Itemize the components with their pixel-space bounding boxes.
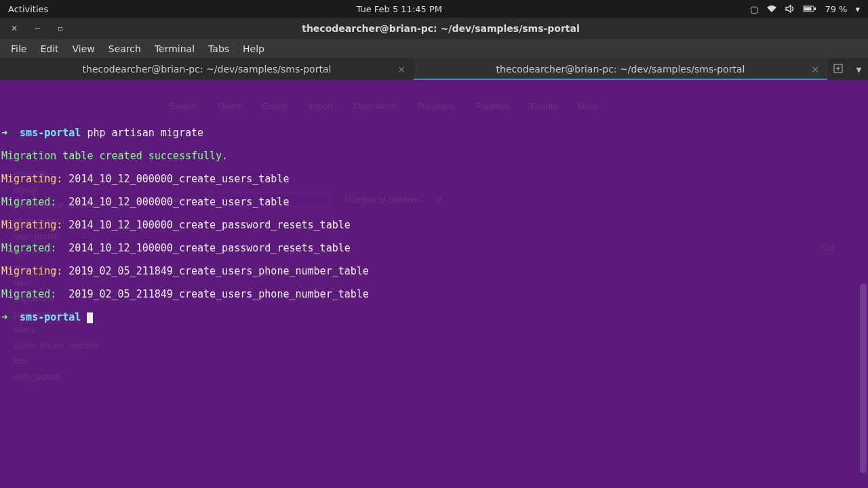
menu-search[interactable]: Search xyxy=(102,41,148,57)
terminal-line: Migration table created successfully. xyxy=(1,150,868,162)
system-tray[interactable]: ▢ 79 % ▾ xyxy=(742,4,868,14)
battery-icon xyxy=(803,5,816,12)
cursor xyxy=(87,312,93,323)
terminal-output[interactable]: SearchQuery ExportImport OperationsPrivi… xyxy=(0,80,868,488)
new-tab-button[interactable] xyxy=(833,63,843,76)
minimize-window-button[interactable]: ─ xyxy=(33,24,42,33)
battery-percent: 79 % xyxy=(825,4,847,14)
close-window-button[interactable]: ✕ xyxy=(9,24,19,33)
terminal-line: ➜ sms-portal php artisan migrate xyxy=(1,127,868,139)
screen-icon: ▢ xyxy=(750,4,758,14)
menu-view[interactable]: View xyxy=(66,41,102,57)
menu-file[interactable]: File xyxy=(4,41,33,57)
tab-label: thecodearcher@brian-pc: ~/dev/samples/sm… xyxy=(496,64,745,75)
gnome-topbar: Activities Tue Feb 5 11:45 PM ▢ 79 % ▾ xyxy=(0,0,868,18)
background-window-ghost: SearchQuery ExportImport OperationsPrivi… xyxy=(0,80,868,488)
terminal-line: Migrated: 2014_10_12_000000_create_users… xyxy=(1,197,868,208)
activities-button[interactable]: Activities xyxy=(0,4,56,14)
tab-menu-chevron-icon[interactable]: ▾ xyxy=(856,63,861,76)
menu-tabs[interactable]: Tabs xyxy=(201,41,236,57)
terminal-line: Migrated: 2019_02_05_211849_create_users… xyxy=(1,289,868,300)
terminal-line: Migrating: 2014_10_12_100000_create_pass… xyxy=(1,220,868,231)
wifi-icon xyxy=(766,5,777,13)
chevron-down-icon: ▾ xyxy=(855,4,860,14)
terminal-prompt: ➜ sms-portal xyxy=(1,312,868,323)
svg-rect-2 xyxy=(814,7,816,10)
tab-close-icon[interactable]: × xyxy=(397,64,406,75)
scrollbar[interactable] xyxy=(860,283,867,473)
terminal-tabbar: thecodearcher@brian-pc: ~/dev/samples/sm… xyxy=(0,58,868,80)
menu-edit[interactable]: Edit xyxy=(33,41,65,57)
terminal-tab-1[interactable]: thecodearcher@brian-pc: ~/dev/samples/sm… xyxy=(0,58,414,80)
terminal-line: Migrating: 2019_02_05_211849_create_user… xyxy=(1,266,868,277)
maximize-window-button[interactable]: ▫ xyxy=(56,24,65,33)
svg-rect-1 xyxy=(804,7,812,11)
tab-label: thecodearcher@brian-pc: ~/dev/samples/sm… xyxy=(83,64,332,75)
menu-help[interactable]: Help xyxy=(236,41,271,57)
terminal-line: Migrated: 2014_10_12_100000_create_passw… xyxy=(1,243,868,254)
terminal-tab-2[interactable]: thecodearcher@brian-pc: ~/dev/samples/sm… xyxy=(414,58,827,80)
window-titlebar: ✕ ─ ▫ thecodearcher@brian-pc: ~/dev/samp… xyxy=(0,18,868,39)
menubar: File Edit View Search Terminal Tabs Help xyxy=(0,39,868,58)
window-title: thecodearcher@brian-pc: ~/dev/samples/sm… xyxy=(75,23,807,34)
clock[interactable]: Tue Feb 5 11:45 PM xyxy=(56,4,742,14)
terminal-line: Migrating: 2014_10_12_000000_create_user… xyxy=(1,174,868,185)
volume-icon xyxy=(785,5,795,13)
menu-terminal[interactable]: Terminal xyxy=(148,41,201,57)
tab-close-icon[interactable]: × xyxy=(811,64,819,75)
